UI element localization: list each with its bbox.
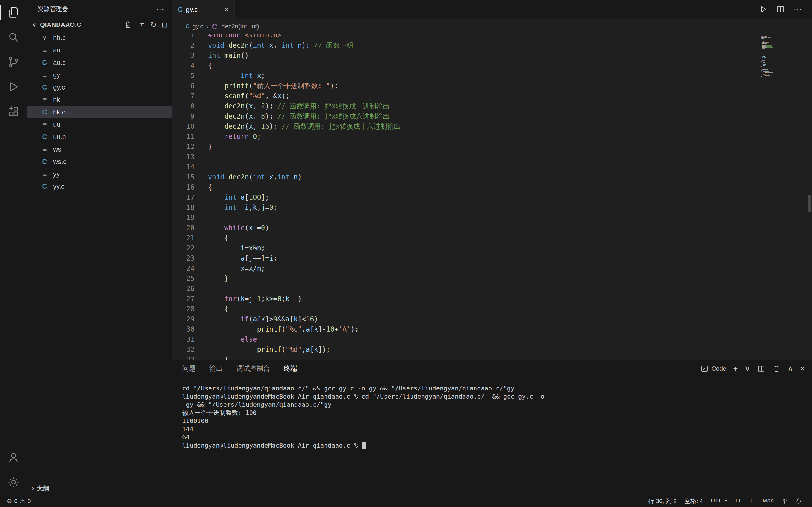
kill-terminal-icon[interactable] (772, 364, 781, 373)
code-line[interactable]: 7 scanf("%d", &x); (172, 91, 812, 101)
code-line[interactable]: 12} (172, 142, 812, 152)
code-editor[interactable]: 1#include <stdio.h>2void dec2n(int x, in… (172, 34, 812, 360)
file-row-hk[interactable]: ≡hk (27, 94, 172, 106)
code-line[interactable]: 5 int x; (172, 71, 812, 81)
remote-indicator-icon[interactable] (777, 497, 792, 505)
panel-actions: Code + ∨ ∧ × (700, 364, 805, 373)
problems-status[interactable]: ⊘ 0 ⚠ 0 (0, 497, 31, 505)
run-file-icon[interactable] (758, 5, 767, 14)
status-item[interactable]: C (746, 497, 758, 505)
new-terminal-icon[interactable]: + (733, 365, 738, 373)
status-item[interactable]: Mac (758, 497, 777, 505)
code-line[interactable]: 17 int a[100]; (172, 192, 812, 203)
code-text (195, 284, 208, 294)
close-panel-icon[interactable]: × (800, 365, 805, 373)
code-line[interactable]: 21 { (172, 233, 812, 243)
explorer-icon[interactable] (0, 0, 27, 25)
status-item[interactable]: UTF-8 (707, 497, 732, 505)
editor-scrollbar[interactable] (808, 194, 811, 212)
split-terminal-icon[interactable] (757, 364, 765, 373)
file-row-yy.c[interactable]: Cyy.c (27, 180, 172, 193)
code-line[interactable]: 24 x=x/n; (172, 263, 812, 274)
code-line[interactable]: 15void dec2n(int x,int n) (172, 172, 812, 182)
status-item[interactable]: LF (732, 497, 747, 505)
code-line[interactable]: 26 (172, 284, 812, 294)
more-actions-icon[interactable]: ⋯ (794, 4, 803, 15)
code-line[interactable]: 20 while(x!=0) (172, 223, 812, 233)
code-line[interactable]: 8 dec2n(x, 2); // 函数调用: 把x转换成二进制输出 (172, 101, 812, 111)
file-row-uu[interactable]: ≡uu (27, 118, 172, 131)
code-line[interactable]: 29 if(a[k]>9&&a[k]<16) (172, 314, 812, 324)
code-line[interactable]: 30 printf("%c",a[k]-10+'A'); (172, 324, 812, 334)
file-row-hk.c[interactable]: Chk.c (27, 106, 172, 118)
code-line[interactable]: 22 i=x%n; (172, 243, 812, 253)
source-control-icon[interactable] (0, 50, 27, 74)
code-line[interactable]: 28 { (172, 304, 812, 314)
file-row-gy[interactable]: ≡gy (27, 69, 172, 81)
c-file-icon: C (177, 6, 183, 13)
minimap-line (761, 48, 805, 49)
breadcrumb-symbol[interactable]: dec2n(int, int) (221, 23, 259, 30)
more-actions-icon[interactable]: ⋯ (156, 4, 165, 14)
code-line[interactable]: 4{ (172, 61, 812, 71)
file-row-au.c[interactable]: Cau.c (27, 56, 172, 69)
outline-section[interactable]: › 大纲 (27, 482, 172, 495)
tab-gy-c[interactable]: C gy.c × (172, 0, 235, 18)
maximize-panel-icon[interactable]: ∧ (788, 365, 794, 373)
minimap[interactable] (761, 36, 805, 77)
collapse-all-icon[interactable]: ⊟ (161, 21, 168, 29)
notifications-bell-icon[interactable] (792, 497, 806, 505)
file-row-yy[interactable]: ≡yy (27, 168, 172, 180)
code-line[interactable]: 3int main() (172, 50, 812, 61)
panel-tab-问题[interactable]: 问题 (182, 360, 196, 378)
file-row-au[interactable]: ≡au (27, 44, 172, 56)
close-icon[interactable]: × (224, 5, 229, 14)
warning-icon: ⚠ (20, 497, 26, 505)
code-line[interactable]: 10 dec2n(x, 16); // 函数调用: 把x转换成十六进制输出 (172, 121, 812, 131)
panel-tab-终端[interactable]: 终端 (284, 360, 297, 378)
file-row-ws.c[interactable]: Cws.c (27, 156, 172, 168)
status-item[interactable]: 行 36, 列 2 (644, 497, 680, 505)
code-text: dec2n(x, 8); // 函数调用: 把x转换成八进制输出 (195, 111, 390, 121)
file-row-gy.c[interactable]: Cgy.c (27, 81, 172, 94)
file-row-ws[interactable]: ≡ws (27, 143, 172, 156)
settings-gear-icon[interactable] (0, 470, 27, 495)
line-number: 2 (172, 40, 195, 50)
status-item[interactable]: 空格: 4 (680, 497, 707, 505)
account-icon[interactable] (0, 445, 27, 470)
code-line[interactable]: 18 int i,k,j=0; (172, 203, 812, 213)
code-text (195, 162, 208, 172)
code-line[interactable]: 13 (172, 152, 812, 162)
code-line[interactable]: 25 } (172, 274, 812, 284)
file-tree: ∨hh.c≡auCau.c≡gyCgy.c≡hkChk.c≡uuCuu.c≡ws… (27, 32, 172, 482)
code-line[interactable]: 6 printf("输入一个十进制整数: "); (172, 81, 812, 91)
terminal-dropdown-icon[interactable]: ∨ (745, 365, 751, 373)
file-row-uu.c[interactable]: Cuu.c (27, 131, 172, 143)
search-icon[interactable] (0, 25, 27, 50)
code-line[interactable]: 2void dec2n(int x, int n); // 函数声明 (172, 40, 812, 50)
split-editor-icon[interactable] (776, 5, 785, 14)
code-line[interactable]: 31 else (172, 334, 812, 344)
breadcrumb-file[interactable]: gy.c (192, 23, 203, 30)
run-debug-icon[interactable] (0, 74, 27, 99)
terminal-output[interactable]: cd "/Users/liudengyan/qiandaao.c/" && gc… (172, 378, 812, 495)
code-line[interactable]: 14 (172, 162, 812, 172)
panel-tab-调试控制台[interactable]: 调试控制台 (236, 360, 270, 378)
code-line[interactable]: 19 (172, 213, 812, 223)
refresh-icon[interactable]: ↻ (150, 21, 156, 29)
new-folder-icon[interactable] (137, 21, 145, 29)
file-row-hh.c[interactable]: ∨hh.c (27, 32, 172, 44)
code-line[interactable]: 23 a[j++]=i; (172, 253, 812, 263)
code-line[interactable]: 32 printf("%d",a[k]); (172, 344, 812, 355)
extensions-icon[interactable] (0, 99, 27, 124)
new-file-icon[interactable] (124, 21, 132, 29)
workspace-root[interactable]: ∨ QIANDAAO.C ↻ ⊟ (27, 18, 172, 32)
code-line[interactable]: 11 return 0; (172, 131, 812, 142)
terminal-profile[interactable]: Code (700, 364, 726, 373)
code-line[interactable]: 33 } (172, 355, 812, 360)
code-line[interactable]: 9 dec2n(x, 8); // 函数调用: 把x转换成八进制输出 (172, 111, 812, 121)
code-line[interactable]: 27 for(k=j-1;k>=0;k--) (172, 294, 812, 304)
panel-tab-输出[interactable]: 输出 (209, 360, 223, 378)
code-line[interactable]: 1#include <stdio.h> (172, 34, 812, 40)
code-line[interactable]: 16{ (172, 182, 812, 192)
